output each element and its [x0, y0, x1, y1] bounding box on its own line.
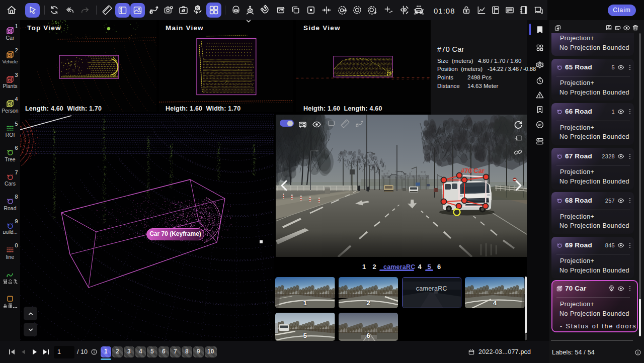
svg-text:#70 Car: #70 Car — [461, 167, 485, 174]
